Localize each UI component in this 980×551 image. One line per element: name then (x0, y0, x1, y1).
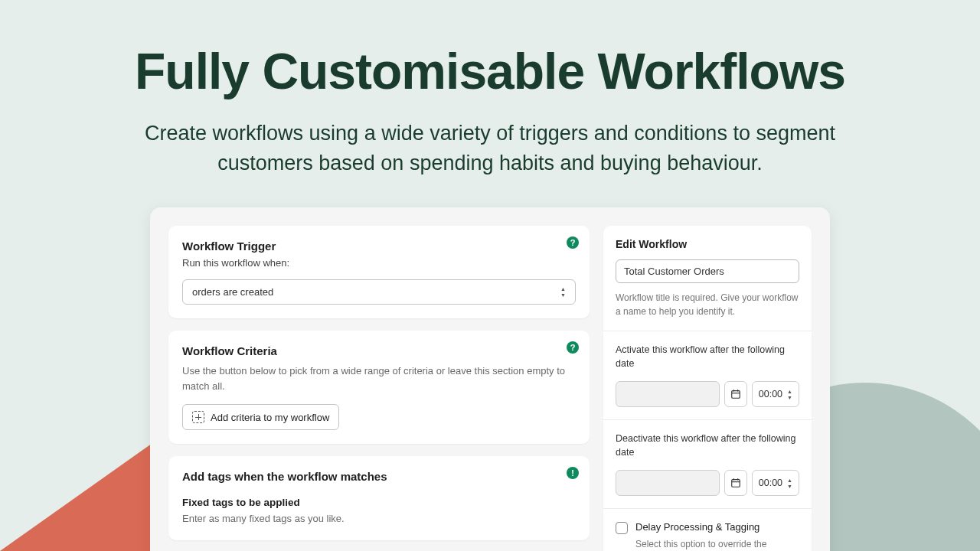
delay-processing-checkbox[interactable] (616, 522, 628, 534)
delay-processing-label: Delay Processing & Tagging (635, 521, 760, 533)
trigger-title: Workflow Trigger (182, 240, 576, 253)
edit-workflow-card: Edit Workflow Workflow title is required… (603, 226, 812, 551)
activate-time-value: 00:00 (759, 389, 782, 399)
add-criteria-label: Add criteria to my workflow (211, 412, 329, 423)
page-subtitle: Create workflows using a wide variety of… (100, 119, 880, 178)
workflow-criteria-card: ? Workflow Criteria Use the button below… (168, 331, 590, 444)
calendar-icon (730, 478, 741, 488)
svg-rect-4 (732, 480, 740, 487)
chevron-updown-icon: ▲▼ (787, 478, 792, 489)
criteria-desc: Use the button below to pick from a wide… (182, 364, 576, 393)
fixed-tags-title: Fixed tags to be applied (182, 497, 576, 508)
activate-calendar-button[interactable] (724, 381, 747, 407)
delay-processing-help: Select this option to override the (635, 537, 799, 551)
deactivate-time-input[interactable]: 00:00 ▲▼ (752, 470, 799, 496)
add-tags-card: ! Add tags when the workflow matches Fix… (168, 456, 590, 540)
workflow-trigger-card: ? Workflow Trigger Run this workflow whe… (168, 226, 590, 318)
fixed-tags-desc: Enter as many fixed tags as you like. (182, 511, 576, 527)
calendar-icon (730, 389, 741, 399)
activate-label: Activate this workflow after the followi… (616, 344, 799, 370)
trigger-select[interactable]: orders are created ▲▼ (182, 279, 576, 305)
edit-workflow-title: Edit Workflow (616, 238, 799, 250)
chevron-updown-icon: ▲▼ (560, 286, 566, 298)
add-criteria-icon (192, 411, 204, 423)
deactivate-label: Deactivate this workflow after the follo… (616, 432, 799, 459)
deactivate-calendar-button[interactable] (724, 470, 747, 496)
workflow-builder-panel: ? Workflow Trigger Run this workflow whe… (150, 207, 830, 551)
svg-rect-0 (732, 391, 740, 399)
trigger-subtitle: Run this workflow when: (182, 257, 576, 269)
activate-time-input[interactable]: 00:00 ▲▼ (752, 381, 799, 407)
deactivate-date-input[interactable] (616, 470, 720, 496)
trigger-select-value: orders are created (192, 286, 273, 298)
deactivate-time-value: 00:00 (759, 478, 782, 488)
help-icon[interactable]: ? (567, 236, 579, 249)
workflow-title-help: Workflow title is required. Give your wo… (616, 291, 799, 318)
add-criteria-button[interactable]: Add criteria to my workflow (182, 404, 339, 430)
tags-title: Add tags when the workflow matches (182, 470, 576, 483)
activate-date-input[interactable] (616, 381, 720, 407)
criteria-title: Workflow Criteria (182, 344, 576, 357)
help-icon[interactable]: ? (567, 341, 579, 354)
alert-icon[interactable]: ! (567, 467, 579, 479)
chevron-updown-icon: ▲▼ (787, 389, 792, 400)
page-title: Fully Customisable Workflows (0, 42, 980, 100)
workflow-title-input[interactable] (616, 259, 799, 283)
